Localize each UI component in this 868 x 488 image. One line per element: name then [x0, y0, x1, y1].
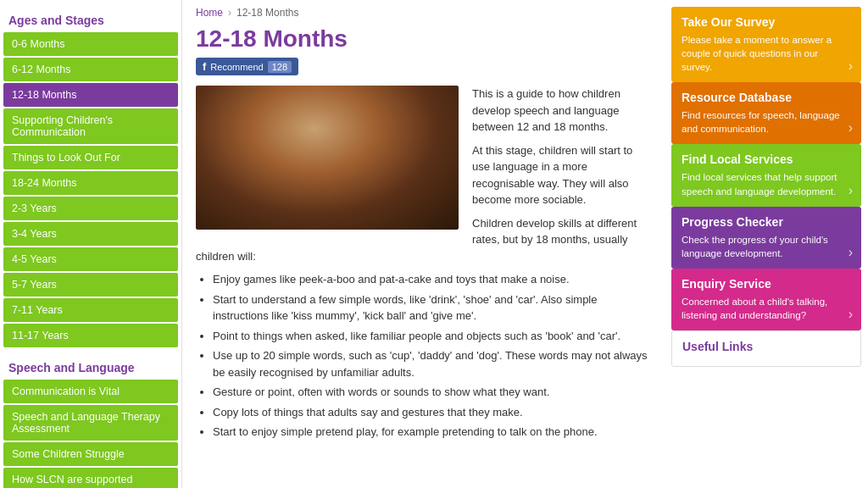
widget-text-find-local: Find local services that help support sp… [682, 170, 851, 197]
widget-useful-links[interactable]: Useful Links [671, 330, 861, 367]
sidebar-item-11-17-years[interactable]: 11-17 Years [3, 324, 178, 347]
breadcrumb-separator: › [228, 7, 231, 19]
widget-text-progress-checker: Check the progress of your child's langu… [682, 233, 851, 260]
widget-title-progress-checker: Progress Checker [682, 215, 851, 229]
article-image-inner [196, 86, 459, 230]
sidebar-item-0-6-months[interactable]: 0-6 Months [3, 32, 178, 56]
ages-section-title: Ages and Stages [0, 7, 181, 30]
widget-arrow-enquiry-service: › [849, 307, 853, 322]
list-item: Point to things when asked, like familia… [213, 328, 651, 345]
sidebar-item-things-to-look-out-for[interactable]: Things to Look Out For [3, 146, 178, 169]
sidebar-item-5-7-years[interactable]: 5-7 Years [3, 273, 178, 297]
widget-title-resource-database: Resource Database [682, 91, 851, 104]
widget-arrow-resource-database: › [849, 120, 853, 136]
widget-title-take-survey: Take Our Survey [682, 15, 851, 29]
recommend-count: 128 [268, 61, 292, 73]
widget-arrow-progress-checker: › [849, 245, 853, 260]
sidebar-item-12-18-months[interactable]: 12-18 Months [3, 83, 178, 107]
widget-title-useful-links: Useful Links [682, 340, 850, 353]
list-item: Use up to 20 simple words, such as 'cup'… [213, 347, 651, 380]
widget-title-find-local: Find Local Services [682, 152, 851, 166]
facebook-icon: f [203, 60, 206, 73]
widget-text-enquiry-service: Concerned about a child's talking, liste… [682, 295, 851, 322]
sidebar-item-supporting-childrens-communication[interactable]: Supporting Children's Communication [3, 108, 178, 144]
sidebar-item-4-5-years[interactable]: 4-5 Years [3, 247, 178, 271]
sidebar-item-6-12-months[interactable]: 6-12 Months [3, 58, 178, 81]
breadcrumb-home[interactable]: Home [196, 7, 223, 19]
right-panel: Take Our SurveyPlease take a moment to a… [665, 0, 868, 488]
sidebar-speech-item-communication-is-vital[interactable]: Communication is Vital [3, 380, 178, 403]
sidebar-item-18-24-months[interactable]: 18-24 Months [3, 171, 178, 195]
breadcrumb: Home › 12-18 Months [196, 7, 651, 19]
widget-text-take-survey: Please take a moment to answer a couple … [682, 33, 851, 74]
sidebar: Ages and Stages 0-6 Months6-12 Months12-… [0, 0, 182, 488]
widget-title-enquiry-service: Enquiry Service [682, 277, 851, 291]
page-title: 12-18 Months [196, 25, 651, 53]
sidebar-item-2-3-years[interactable]: 2-3 Years [3, 197, 178, 220]
widget-take-survey[interactable]: Take Our SurveyPlease take a moment to a… [671, 7, 861, 82]
widget-enquiry-service[interactable]: Enquiry ServiceConcerned about a child's… [671, 269, 861, 330]
widget-progress-checker[interactable]: Progress CheckerCheck the progress of yo… [671, 207, 861, 269]
main-content: Home › 12-18 Months 12-18 Months f Recom… [182, 0, 665, 488]
skills-list: Enjoy games like peek-a-boo and pat-a-ca… [196, 271, 651, 441]
widget-resource-database[interactable]: Resource DatabaseFind resources for spee… [671, 82, 861, 144]
widget-arrow-find-local: › [849, 183, 853, 198]
sidebar-speech-item-speech-and-language-therapy-assessment[interactable]: Speech and Language Therapy Assessment [3, 405, 178, 441]
breadcrumb-current: 12-18 Months [236, 7, 298, 19]
facebook-recommend-button[interactable]: f Recommend 128 [196, 58, 298, 75]
list-item: Gesture or point, often with words or so… [213, 384, 651, 401]
widget-arrow-take-survey: › [849, 58, 853, 74]
sidebar-item-7-11-years[interactable]: 7-11 Years [3, 298, 178, 322]
speech-section-title: Speech and Language [0, 354, 181, 378]
widget-find-local[interactable]: Find Local ServicesFind local services t… [671, 144, 861, 206]
recommend-label: Recommend [210, 62, 263, 72]
list-item: Start to understand a few simple words, … [213, 291, 651, 324]
sidebar-speech-item-some-children-struggle[interactable]: Some Children Struggle [3, 442, 178, 466]
list-item: Start to enjoy simple pretend play, for … [213, 424, 651, 441]
list-item: Copy lots of things that adults say and … [213, 404, 651, 421]
sidebar-speech-item-how-slcn-are-supported[interactable]: How SLCN are supported [3, 468, 178, 488]
sidebar-item-3-4-years[interactable]: 3-4 Years [3, 222, 178, 246]
list-item: Enjoy games like peek-a-boo and pat-a-ca… [213, 271, 651, 288]
widget-text-resource-database: Find resources for speech, language and … [682, 108, 851, 136]
article-image [196, 86, 459, 230]
